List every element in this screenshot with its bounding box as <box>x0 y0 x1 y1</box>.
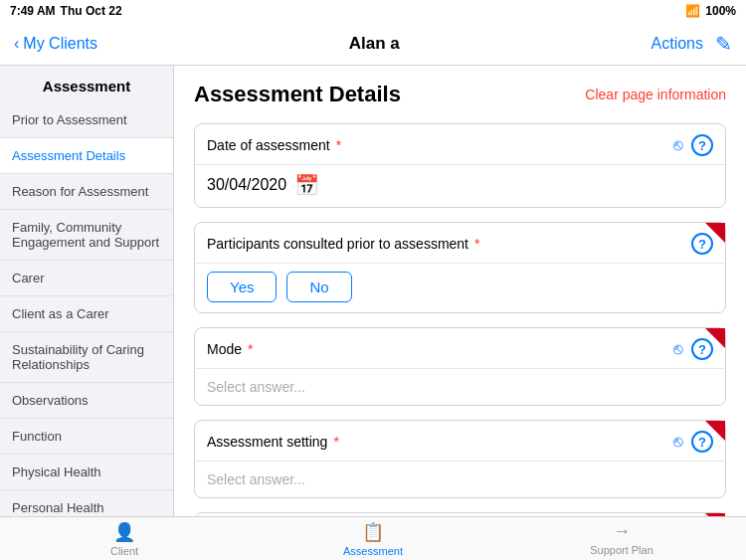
status-indicators: 📶 100% <box>685 4 736 18</box>
assessment-info-corner-flag <box>705 513 725 516</box>
sidebar-item-personal-health[interactable]: Personal Health <box>0 490 173 516</box>
nav-right-actions: Actions ✎ <box>652 32 732 56</box>
assessment-setting-field-actions: ⎋ ? <box>673 431 713 453</box>
sidebar-item-sustainability[interactable]: Sustainability of Caring Relationships <box>0 332 173 383</box>
participants-consulted-header: Participants consulted prior to assessme… <box>195 223 725 264</box>
back-label: My Clients <box>23 35 97 53</box>
participants-consulted-section: Participants consulted prior to assessme… <box>194 222 726 313</box>
sidebar-item-function[interactable]: Function <box>0 419 173 455</box>
date-display-value: 30/04/2020 <box>207 176 286 194</box>
date-of-assessment-header: Date of assessment * ⎋ ? <box>195 124 725 165</box>
battery-label: 100% <box>705 4 736 18</box>
mode-field-actions: ⎋ ? <box>673 338 713 360</box>
content-header: Assessment Details Clear page informatio… <box>194 82 726 107</box>
clear-page-button[interactable]: Clear page information <box>585 87 726 102</box>
participants-field-actions: ? <box>691 233 713 255</box>
sidebar-item-client-as-carer[interactable]: Client as a Carer <box>0 296 173 332</box>
assessment-setting-section: Assessment setting * ⎋ ? Select answer..… <box>194 420 726 498</box>
nav-bar: ‹ My Clients Alan a Actions ✎ <box>0 22 746 66</box>
mode-corner-flag <box>705 328 725 348</box>
assessment-setting-label: Assessment setting * <box>207 434 339 450</box>
nav-title: Alan a <box>349 34 400 54</box>
edit-icon[interactable]: ✎ <box>715 32 732 56</box>
status-time: 7:49 AM <box>10 4 56 18</box>
content-title: Assessment Details <box>194 82 401 107</box>
status-day: Thu Oct 22 <box>61 4 122 18</box>
assessment-setting-corner-flag <box>705 421 725 441</box>
sidebar-item-assessment-details[interactable]: Assessment Details <box>0 138 173 174</box>
tab-assessment[interactable]: 📋 Assessment <box>249 521 497 557</box>
date-field-actions: ⎋ ? <box>673 134 713 156</box>
participants-required-marker: * <box>474 236 479 252</box>
no-button[interactable]: No <box>286 272 351 302</box>
assessment-info-header: Assessment information collected from * … <box>195 513 725 516</box>
date-of-assessment-section: Date of assessment * ⎋ ? 30/04/2020 📅 <box>194 123 726 208</box>
sidebar-item-physical-health[interactable]: Physical Health <box>0 455 173 490</box>
assessment-setting-share-icon[interactable]: ⎋ <box>673 433 683 451</box>
chevron-left-icon: ‹ <box>14 35 19 53</box>
assessment-setting-header: Assessment setting * ⎋ ? <box>195 421 725 462</box>
participants-consulted-label: Participants consulted prior to assessme… <box>207 236 479 252</box>
calendar-icon[interactable]: 📅 <box>294 173 319 197</box>
actions-button[interactable]: Actions <box>652 35 703 53</box>
mode-required-marker: * <box>248 341 253 357</box>
mode-section: Mode * ⎋ ? Select answer... <box>194 327 726 406</box>
participants-corner-flag <box>705 223 725 243</box>
status-time-area: 7:49 AM Thu Oct 22 <box>10 4 122 18</box>
main-layout: Assessment Prior to Assessment Assessmen… <box>0 66 746 516</box>
mode-share-icon[interactable]: ⎋ <box>673 340 683 358</box>
date-value-row: 30/04/2020 📅 <box>195 165 725 207</box>
sidebar-item-family-community[interactable]: Family, Community Engagement and Support <box>0 210 173 261</box>
tab-bar: 👤 Client 📋 Assessment → Support Plan <box>0 516 746 560</box>
sidebar-item-prior-to-assessment[interactable]: Prior to Assessment <box>0 102 173 138</box>
date-of-assessment-label: Date of assessment * <box>207 137 341 153</box>
tab-client[interactable]: 👤 Client <box>0 521 249 557</box>
yesno-row: Yes No <box>195 264 725 312</box>
sidebar: Assessment Prior to Assessment Assessmen… <box>0 66 174 516</box>
mode-select[interactable]: Select answer... <box>195 369 725 405</box>
sidebar-title: Assessment <box>0 66 173 102</box>
content-area: Assessment Details Clear page informatio… <box>174 66 746 516</box>
assessment-info-section: Assessment information collected from * … <box>194 512 726 516</box>
date-share-icon[interactable]: ⎋ <box>673 136 683 154</box>
mode-label: Mode * <box>207 341 253 357</box>
back-button[interactable]: ‹ My Clients <box>14 35 97 53</box>
wifi-icon: 📶 <box>685 4 700 18</box>
sidebar-item-reason-for-assessment[interactable]: Reason for Assessment <box>0 174 173 210</box>
client-tab-icon: 👤 <box>113 521 135 543</box>
date-help-icon[interactable]: ? <box>691 134 713 156</box>
yes-button[interactable]: Yes <box>207 272 277 302</box>
support-plan-tab-icon: → <box>613 521 631 542</box>
client-tab-label: Client <box>110 545 138 557</box>
assessment-setting-select[interactable]: Select answer... <box>195 462 725 497</box>
status-bar: 7:49 AM Thu Oct 22 📶 100% <box>0 0 746 22</box>
assessment-tab-icon: 📋 <box>362 521 384 543</box>
assessment-tab-label: Assessment <box>343 545 403 557</box>
mode-header: Mode * ⎋ ? <box>195 328 725 369</box>
date-required-marker: * <box>336 137 341 153</box>
sidebar-item-observations[interactable]: Observations <box>0 383 173 419</box>
tab-support-plan[interactable]: → Support Plan <box>497 521 746 556</box>
support-plan-tab-label: Support Plan <box>590 544 653 556</box>
sidebar-item-carer[interactable]: Carer <box>0 261 173 296</box>
assessment-setting-required-marker: * <box>333 434 338 450</box>
